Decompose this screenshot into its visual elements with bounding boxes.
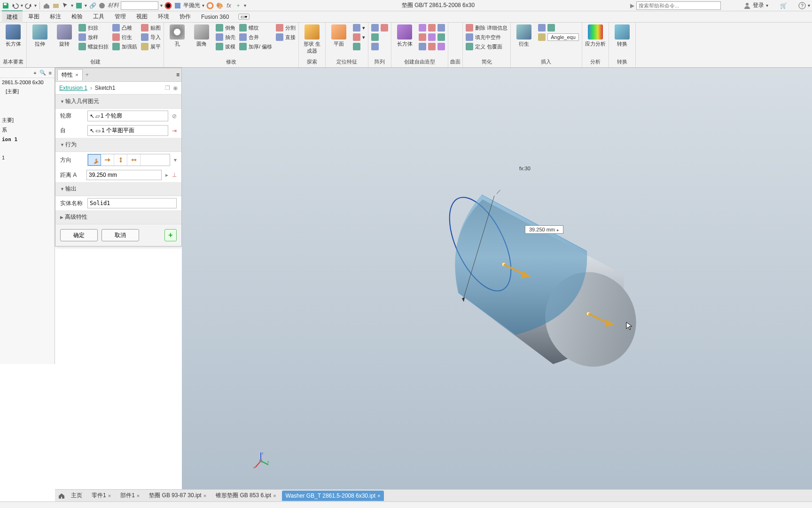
render-icon[interactable] <box>174 2 181 9</box>
link-icon[interactable]: 🔗 <box>89 2 96 9</box>
fillet-button[interactable]: 圆角 <box>190 24 213 48</box>
tab-inspect[interactable]: 检验 <box>67 11 87 23</box>
convert-button[interactable]: 转换 <box>611 24 633 48</box>
tab-collaborate[interactable]: 协作 <box>175 11 195 23</box>
shape-generator-button[interactable]: 形状 生成器 <box>301 24 323 56</box>
unwrap-button[interactable]: 展平 <box>140 42 162 51</box>
material-combo[interactable] <box>121 1 158 10</box>
cancel-button[interactable]: 取消 <box>102 229 139 241</box>
browser-root-node[interactable]: 2861.5-2008 6x30 <box>0 78 55 87</box>
redo-dropdown[interactable]: ▾ <box>34 3 37 8</box>
section-advanced[interactable]: 高级特性 <box>55 210 181 224</box>
dimension-input[interactable]: 39.250 mm▸ <box>525 225 563 234</box>
derive2-button[interactable]: 衍生 <box>513 24 535 48</box>
section-output[interactable]: 输出 <box>55 182 181 196</box>
tab-view[interactable]: 视图 <box>132 11 152 23</box>
panel-menu-icon[interactable]: ≡ <box>176 71 180 78</box>
open-icon[interactable] <box>52 2 60 9</box>
close-icon[interactable]: × <box>273 493 276 499</box>
color-wheel-icon-2[interactable] <box>206 2 214 9</box>
direction-symmetric-button[interactable] <box>114 154 127 166</box>
direction-asymmetric-button[interactable] <box>127 154 141 166</box>
file-tab[interactable]: 锥形垫圈 GB 853 6.ipt× <box>212 490 280 501</box>
direction-default-button[interactable] <box>88 154 101 166</box>
globe-icon[interactable] <box>98 2 106 9</box>
fill-hollow-button[interactable]: 填充中空件 <box>465 33 508 41</box>
extent-icon[interactable]: ⊥ <box>172 172 177 178</box>
undo-icon[interactable] <box>11 2 19 9</box>
cylinder-model[interactable] <box>431 190 638 378</box>
save-icon[interactable] <box>2 2 9 9</box>
revolve-button[interactable]: 旋转 <box>53 24 76 48</box>
close-icon[interactable]: × <box>377 493 380 499</box>
appearance-icon[interactable] <box>75 2 83 9</box>
direct-button[interactable]: 直接 <box>275 33 297 41</box>
tab-model[interactable]: 建模 <box>2 10 23 23</box>
draft-button[interactable]: 拔模 <box>215 42 236 51</box>
thread-button[interactable]: 螺纹 <box>238 24 273 32</box>
combine-button[interactable]: 合并 <box>238 33 273 41</box>
ribbon-collapse-button[interactable]: ▭▾ <box>238 14 250 20</box>
profile-selector[interactable]: ↖ ▱ 1 个轮廓 <box>87 111 168 121</box>
file-tab[interactable]: 部件1× <box>117 490 143 501</box>
plane-button[interactable]: 平面 <box>328 24 350 48</box>
home-tab-icon[interactable] <box>58 492 65 500</box>
shell-button[interactable]: 抽壳 <box>215 33 236 41</box>
select-icon[interactable] <box>62 2 69 9</box>
box-button[interactable]: 长方体 <box>2 24 24 48</box>
browser-search-icon[interactable]: 🔍 <box>39 70 46 76</box>
axis-triad-icon[interactable]: z y x <box>252 451 271 469</box>
close-icon[interactable]: × <box>108 493 111 499</box>
decal-button[interactable]: 贴图 <box>140 24 162 32</box>
file-tab-active[interactable]: Washer GB_T 2861.5-2008 6x30.ipt× <box>282 491 384 501</box>
define-envelope-button[interactable]: 定义 包覆面 <box>465 42 508 51</box>
clear-profile-icon[interactable]: ⊘ <box>172 113 177 119</box>
emboss-button[interactable]: 凸雕 <box>111 24 138 32</box>
tab-environment[interactable]: 环境 <box>153 11 174 23</box>
rib-button[interactable]: 加强筋 <box>111 42 138 51</box>
browser-menu-icon[interactable]: ≡ <box>49 70 52 76</box>
tab-tools[interactable]: 工具 <box>88 11 109 23</box>
close-icon[interactable]: × <box>203 493 206 499</box>
help-icon[interactable]: ? <box>798 2 806 9</box>
hole-button[interactable]: 孔 <box>166 24 188 48</box>
split-button[interactable]: 分割 <box>275 24 297 32</box>
home-icon[interactable] <box>43 2 50 9</box>
loft-button[interactable]: 放样 <box>78 33 109 41</box>
tab-manage[interactable]: 管理 <box>110 11 131 23</box>
freeform-box-button[interactable]: 长方体 <box>393 24 416 48</box>
from-extent-icon[interactable]: ⇥ <box>172 127 177 134</box>
browser-main-node[interactable]: [主要] <box>0 87 55 96</box>
add-feature-button[interactable]: + <box>164 229 177 241</box>
from-selector[interactable]: ↖ ▭ 1 个草图平面 <box>87 125 168 136</box>
viewport[interactable]: fx:30 39.250 mm▸ z y x <box>182 68 812 493</box>
tab-sketch[interactable]: 草图 <box>23 11 44 23</box>
add-icon[interactable]: + <box>234 2 242 9</box>
sweep-button[interactable]: 扫掠 <box>78 24 109 32</box>
fx-icon[interactable]: fx <box>225 2 233 9</box>
close-icon[interactable]: × <box>137 493 140 499</box>
body-name-input[interactable] <box>87 198 177 208</box>
file-tab[interactable]: 垫圈 GB 93-87 30.ipt× <box>145 490 210 501</box>
copy-icon[interactable]: ❐ <box>165 85 170 91</box>
file-tab[interactable]: 零件1× <box>88 490 115 501</box>
thicken-button[interactable]: 加厚/ 偏移 <box>238 42 273 51</box>
tab-home[interactable]: 主页 <box>67 490 86 501</box>
extrude-button[interactable]: 拉伸 <box>29 24 51 48</box>
help-search-input[interactable] <box>636 1 721 10</box>
signin-button[interactable]: 登录 <box>743 1 764 9</box>
import-button[interactable]: 导入 <box>140 33 162 41</box>
color-wheel-icon[interactable] <box>164 2 172 9</box>
delete-details-button[interactable]: 删除 详细信息 <box>465 24 508 32</box>
section-input-geometry[interactable]: 输入几何图元 <box>55 95 181 109</box>
direction-flip-button[interactable] <box>101 154 114 166</box>
stress-analysis-button[interactable]: 应力分析 <box>584 24 607 48</box>
breadcrumb-link[interactable]: Extrusion 1 <box>59 85 87 91</box>
undo-dropdown[interactable]: ▾ <box>21 3 23 8</box>
visibility-icon[interactable]: ◉ <box>173 85 178 91</box>
add-tab-icon[interactable]: + <box>86 71 89 78</box>
cart-icon[interactable]: 🛒 <box>780 2 787 9</box>
ok-button[interactable]: 确定 <box>60 229 98 241</box>
coil-button[interactable]: 螺旋扫掠 <box>78 42 109 51</box>
section-behavior[interactable]: 行为 <box>55 138 181 152</box>
